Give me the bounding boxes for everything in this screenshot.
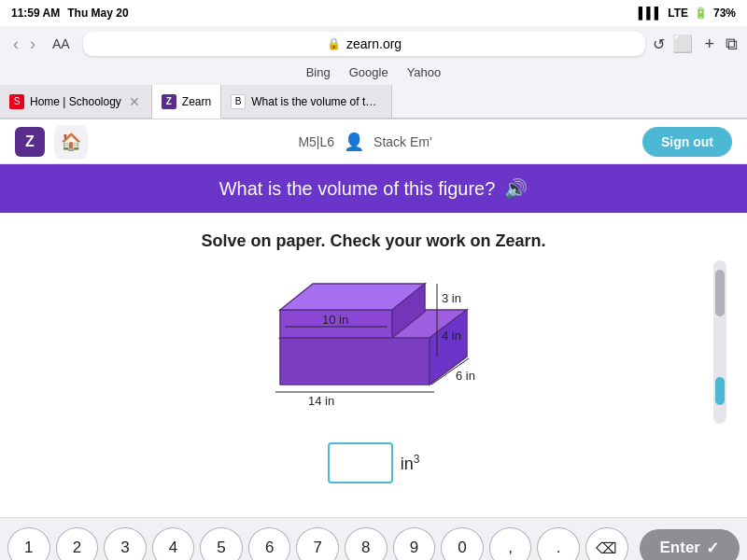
tabs-bar: S Home | Schoology ✕ Z Zearn B What is t…: [0, 85, 747, 119]
lock-icon: 🔒: [327, 37, 341, 50]
battery-icon: 🔋: [694, 7, 708, 20]
url-text: zearn.org: [346, 36, 402, 51]
nav-buttons: ‹ ›: [9, 33, 39, 56]
numpad-comma[interactable]: ,: [489, 527, 532, 560]
header-center: M5|L6 👤 Stack Em': [88, 132, 642, 152]
numpad-0[interactable]: 0: [441, 527, 484, 560]
svg-text:6 in: 6 in: [456, 369, 475, 383]
tab-brainly[interactable]: B What is the volume of the prism - Brai…: [221, 85, 392, 118]
tab-schoology-label: Home | Schoology: [30, 95, 121, 108]
yahoo-link[interactable]: Yahoo: [407, 65, 442, 79]
share-button[interactable]: ⬜: [672, 34, 693, 54]
course-label: M5|L6: [298, 134, 334, 149]
zearn-favicon: Z: [162, 94, 176, 109]
signal-bars-icon: ▌▌▌: [639, 7, 663, 20]
scrollbar-highlight: [715, 377, 725, 405]
browser-toolbar: ‹ › AA 🔒 zearn.org ↺ ⬜ + ⧉: [0, 26, 747, 62]
svg-marker-0: [280, 338, 430, 385]
scrollbar-track: [713, 260, 726, 424]
date: Thu May 20: [67, 7, 128, 20]
numpad-9[interactable]: 9: [393, 527, 436, 560]
enter-label: Enter: [660, 539, 700, 557]
reader-mode-button[interactable]: AA: [47, 35, 76, 53]
tab-zearn[interactable]: Z Zearn: [152, 85, 221, 119]
person-icon: 👤: [344, 132, 364, 152]
status-bar: 11:59 AM Thu May 20 ▌▌▌ LTE 🔋 73%: [0, 0, 747, 26]
schoology-favicon: S: [9, 94, 24, 109]
figure-area: 10 in 3 in 4 in 14 in 6 in: [19, 260, 728, 428]
numpad-7[interactable]: 7: [296, 527, 339, 560]
numpad-decimal[interactable]: .: [537, 527, 580, 560]
sound-icon[interactable]: 🔊: [504, 177, 528, 200]
numpad-6[interactable]: 6: [248, 527, 291, 560]
add-tab-button[interactable]: +: [704, 34, 714, 54]
tab-brainly-label: What is the volume of the prism - Brainl…: [251, 95, 382, 108]
zearn-logo: Z: [15, 127, 45, 157]
bing-link[interactable]: Bing: [306, 65, 331, 79]
status-right: ▌▌▌ LTE 🔋 73%: [639, 7, 736, 20]
url-bar[interactable]: 🔒 zearn.org: [83, 32, 646, 56]
tab-schoology[interactable]: S Home | Schoology ✕: [0, 85, 152, 118]
enter-checkmark-icon: ✓: [706, 539, 719, 558]
browser-chrome: ‹ › AA 🔒 zearn.org ↺ ⬜ + ⧉ Bing Google Y…: [0, 26, 747, 119]
numpad-3[interactable]: 3: [104, 527, 147, 560]
answer-input[interactable]: [328, 442, 393, 483]
main-content: Solve on paper. Check your work on Zearn…: [0, 213, 747, 517]
numpad-5[interactable]: 5: [200, 527, 243, 560]
numpad-4[interactable]: 4: [152, 527, 195, 560]
lesson-name: Stack Em': [374, 134, 432, 149]
forward-button[interactable]: ›: [26, 33, 39, 56]
numpad-backspace[interactable]: ⌫: [585, 527, 628, 560]
tab-schoology-close[interactable]: ✕: [127, 94, 142, 109]
question-banner: What is the volume of this figure? 🔊: [0, 164, 747, 213]
numpad-2[interactable]: 2: [56, 527, 99, 560]
back-button[interactable]: ‹: [9, 33, 22, 56]
app-header: Z 🏠 M5|L6 👤 Stack Em' Sign out: [0, 119, 747, 164]
battery-percent: 73%: [713, 7, 736, 20]
browser-actions: ⬜ + ⧉: [672, 34, 738, 54]
svg-text:14 in: 14 in: [308, 394, 334, 408]
status-left: 11:59 AM Thu May 20: [11, 7, 129, 20]
search-suggestions: Bing Google Yahoo: [0, 62, 747, 85]
svg-text:3 in: 3 in: [442, 291, 461, 305]
numpad-1[interactable]: 1: [7, 527, 50, 560]
google-link[interactable]: Google: [349, 65, 388, 79]
volume-figure-svg: 10 in 3 in 4 in 14 in 6 in: [224, 263, 523, 427]
svg-text:4 in: 4 in: [442, 329, 461, 343]
sign-out-button[interactable]: Sign out: [642, 127, 732, 157]
unit-label: in3: [401, 453, 420, 474]
instruction-text: Solve on paper. Check your work on Zearn…: [19, 231, 728, 251]
home-button[interactable]: 🏠: [54, 125, 88, 159]
brainly-favicon: B: [231, 94, 246, 109]
scrollbar-thumb[interactable]: [715, 270, 725, 316]
lte-label: LTE: [668, 7, 688, 20]
enter-button[interactable]: Enter ✓: [640, 529, 740, 561]
question-text: What is the volume of this figure?: [219, 178, 496, 200]
time: 11:59 AM: [11, 7, 60, 20]
tab-zearn-label: Zearn: [182, 95, 211, 108]
exponent: 3: [414, 453, 420, 466]
numpad-8[interactable]: 8: [345, 527, 388, 560]
answer-row: in3: [19, 442, 728, 483]
tabs-button[interactable]: ⧉: [726, 34, 738, 54]
svg-text:10 in: 10 in: [322, 313, 348, 327]
numpad: 1 2 3 4 5 6 7 8 9 0 , . ⌫ Enter ✓: [0, 517, 747, 560]
reload-button[interactable]: ↺: [653, 35, 665, 53]
